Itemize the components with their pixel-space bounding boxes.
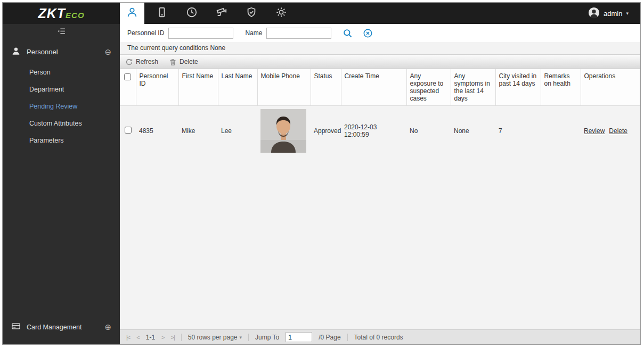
col-last-name: Last Name: [218, 69, 257, 106]
person-icon: [11, 46, 21, 57]
sidebar-section-label: Card Management: [27, 324, 82, 331]
nav-personnel[interactable]: [120, 3, 144, 24]
table-toolbar: Refresh Delete: [120, 54, 640, 69]
refresh-label: Refresh: [136, 58, 158, 65]
sidebar-section-personnel[interactable]: Personnel ⊖: [3, 40, 120, 64]
cell-exposure: No: [406, 106, 451, 156]
name-label: Name: [245, 29, 262, 37]
cell-city-visited: 7: [495, 106, 541, 156]
zkteco-logo: ZKTECO: [3, 6, 120, 21]
cell-create-time: 2020-12-03 12:00:59: [341, 106, 406, 156]
personnel-id-label: Personnel ID: [127, 29, 164, 37]
col-personnel-id: Personnel ID: [136, 69, 178, 106]
sidebar-collapse-button[interactable]: [3, 24, 120, 40]
col-city-visited: City visited in past 14 days: [495, 69, 541, 106]
select-all-checkbox[interactable]: [124, 73, 131, 80]
trash-icon: [169, 58, 177, 66]
user-name: admin: [604, 10, 622, 18]
nav-attendance[interactable]: [180, 3, 204, 24]
col-status: Status: [311, 69, 341, 106]
logo-main-text: ZKT: [38, 6, 66, 21]
page-range: 1-1: [146, 334, 155, 341]
cell-symptoms: None: [451, 106, 495, 156]
col-mobile-phone: Mobile Phone: [257, 69, 311, 106]
collapse-menu-icon: [57, 27, 66, 38]
cell-mobile-phone: [257, 106, 311, 156]
row-checkbox[interactable]: [125, 127, 132, 134]
clear-search-button[interactable]: [361, 27, 374, 39]
sidebar-item-pending-review[interactable]: Pending Review: [3, 98, 120, 115]
delete-link[interactable]: Delete: [609, 127, 627, 135]
divider: [347, 334, 348, 341]
shield-icon: [246, 6, 257, 20]
table-header-row: Personnel ID First Name Last Name Mobile…: [120, 69, 640, 106]
collapse-section-icon[interactable]: ⊖: [104, 47, 111, 57]
portrait-photo: [260, 109, 306, 153]
expand-section-icon[interactable]: ⊕: [104, 322, 111, 332]
chevron-down-icon: ▾: [626, 11, 629, 16]
page-suffix: /0 Page: [319, 334, 340, 341]
prev-page-icon[interactable]: <: [136, 334, 139, 341]
next-page-icon[interactable]: >: [161, 334, 164, 341]
chevron-down-icon: ▾: [240, 335, 242, 340]
total-records: Total of 0 records: [354, 334, 403, 341]
delete-button[interactable]: Delete: [169, 58, 198, 66]
jump-to-label: Jump To: [255, 334, 279, 341]
top-bar: ZKTECO: [3, 3, 640, 24]
col-first-name: First Name: [178, 69, 218, 106]
module-nav: [120, 3, 299, 24]
cell-personnel-id: 4835: [136, 106, 178, 156]
camera-icon: [216, 6, 227, 20]
divider: [248, 334, 249, 341]
nav-access[interactable]: [239, 3, 264, 24]
table-empty-area: [120, 156, 640, 329]
pagination-bar: |< < 1-1 > >| 50 rows per page ▾ Jump To…: [120, 329, 640, 344]
card-icon: [11, 321, 21, 333]
table-row: 4835 Mike Lee App: [120, 106, 640, 156]
search-icon: [343, 28, 353, 38]
sidebar-item-person[interactable]: Person: [3, 64, 120, 81]
nav-system[interactable]: [269, 3, 294, 24]
search-button[interactable]: [341, 27, 354, 39]
col-exposure: Any exposure to suspected cases: [406, 69, 451, 106]
sidebar-section-label: Personnel: [27, 48, 58, 56]
col-symptoms: Any symptoms in the last 14 days: [451, 69, 495, 106]
last-page-icon[interactable]: >|: [171, 334, 175, 341]
app-window: ZKTECO: [2, 2, 641, 345]
divider: [181, 334, 182, 341]
rows-per-page-label: 50 rows per page: [188, 334, 238, 341]
sidebar-item-parameters[interactable]: Parameters: [3, 132, 120, 149]
rows-per-page-select[interactable]: 50 rows per page ▾: [188, 334, 242, 341]
avatar-icon: [588, 7, 600, 20]
user-menu[interactable]: admin ▾: [588, 7, 640, 20]
cell-status: Approved: [311, 106, 341, 156]
nav-surveillance[interactable]: [209, 3, 234, 24]
clock-icon: [186, 6, 198, 20]
personnel-table: Personnel ID First Name Last Name Mobile…: [120, 69, 640, 156]
cell-remarks: [541, 106, 581, 156]
sidebar-item-custom-attributes[interactable]: Custom Attributes: [3, 115, 120, 132]
nav-device[interactable]: [150, 3, 174, 24]
logo-sub-text: ECO: [66, 11, 85, 20]
personnel-id-input[interactable]: [168, 28, 233, 39]
gear-icon: [275, 6, 287, 20]
sidebar-item-department[interactable]: Department: [3, 81, 120, 98]
review-link[interactable]: Review: [584, 127, 605, 135]
col-create-time: Create Time: [341, 69, 406, 106]
main-content: Personnel ID Name The current query cond…: [120, 24, 640, 344]
jump-to-input[interactable]: [286, 332, 312, 342]
col-remarks: Remarks on health: [541, 69, 581, 106]
delete-label: Delete: [180, 58, 198, 65]
device-icon: [156, 6, 168, 20]
cell-first-name: Mike: [178, 106, 218, 156]
search-bar: Personnel ID Name: [120, 24, 640, 42]
first-page-icon[interactable]: |<: [126, 334, 130, 341]
sidebar-section-card-management[interactable]: Card Management ⊕: [3, 316, 120, 338]
clear-circle-icon: [363, 28, 373, 38]
sidebar: Personnel ⊖ Person Department Pending Re…: [3, 24, 120, 344]
query-conditions-text: The current query conditions None: [120, 42, 640, 54]
name-input[interactable]: [266, 28, 331, 39]
cell-last-name: Lee: [218, 106, 257, 156]
cell-operations: ReviewDelete: [581, 106, 640, 156]
refresh-button[interactable]: Refresh: [125, 58, 158, 66]
